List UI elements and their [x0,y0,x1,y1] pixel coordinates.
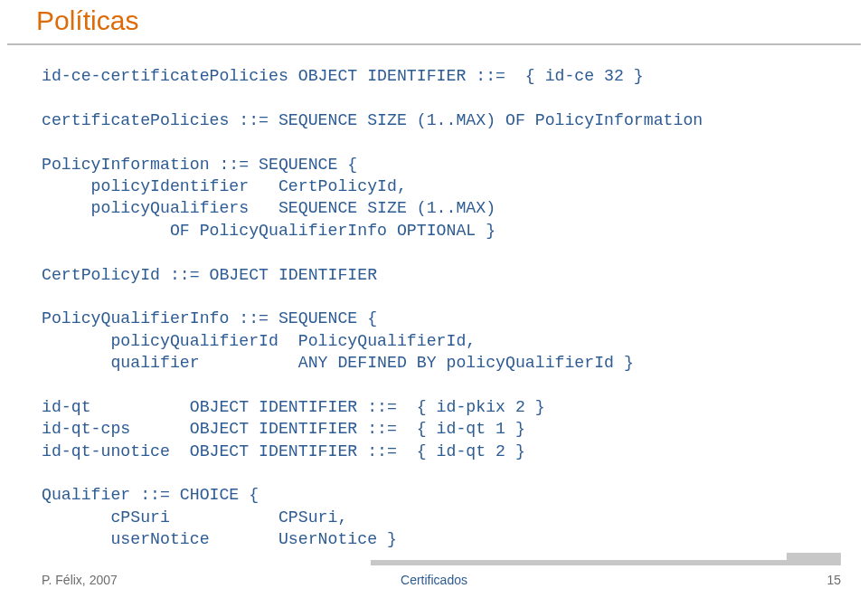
footer-page-number: 15 [826,573,841,587]
footer-decor-bar [371,560,841,565]
slide: Políticas id-ce-certificatePolicies OBJE… [0,0,868,598]
title-divider [7,43,861,45]
asn1-code-block: id-ce-certificatePolicies OBJECT IDENTIF… [42,65,703,551]
page-title: Políticas [36,5,138,36]
footer-decor-block [787,553,841,565]
footer-section: Certificados [0,573,868,587]
